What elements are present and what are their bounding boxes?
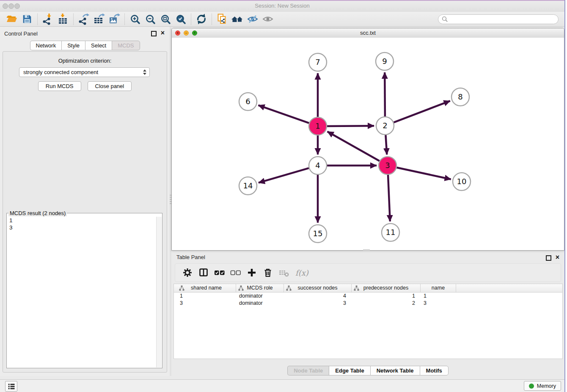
criterion-dropdown-value: strongly connected component bbox=[23, 69, 98, 75]
tab-node-table[interactable]: Node Table bbox=[287, 366, 329, 375]
float-panel-icon[interactable] bbox=[151, 31, 157, 36]
toolbar-separator bbox=[212, 14, 212, 25]
column-header-name[interactable]: name bbox=[421, 284, 456, 292]
mcds-panel: Optimization criterion: strongly connect… bbox=[3, 51, 167, 373]
graph-edge[interactable] bbox=[394, 101, 450, 122]
network-minimize-button[interactable]: − bbox=[184, 30, 189, 36]
network-canvas[interactable]: 7968124314101511 bbox=[172, 38, 564, 250]
search-input[interactable] bbox=[448, 16, 558, 23]
run-mcds-button[interactable]: Run MCDS bbox=[38, 81, 81, 91]
tab-mcds[interactable]: MCDS bbox=[112, 41, 140, 50]
table-cell[interactable]: 1 bbox=[421, 293, 456, 300]
add-column-button[interactable] bbox=[246, 267, 257, 278]
zoom-fit-button[interactable] bbox=[158, 13, 173, 26]
hide-selected-button[interactable] bbox=[245, 13, 260, 26]
close-table-panel-icon[interactable]: × bbox=[556, 254, 559, 260]
graph-edge[interactable] bbox=[328, 132, 380, 161]
deselect-all-columns-button[interactable] bbox=[230, 267, 241, 278]
table-cell[interactable]: 1 bbox=[352, 293, 421, 300]
export-image-icon bbox=[108, 13, 120, 25]
mcds-result-list: 13 bbox=[7, 216, 156, 368]
apply-layout-button[interactable] bbox=[194, 13, 209, 26]
graph-edge[interactable] bbox=[388, 175, 390, 221]
close-panel-icon[interactable]: × bbox=[161, 30, 165, 36]
gear-icon bbox=[182, 267, 193, 278]
tab-network[interactable]: Network bbox=[30, 41, 61, 50]
table-settings-button[interactable] bbox=[182, 267, 193, 278]
tab-network-table[interactable]: Network Table bbox=[370, 366, 420, 375]
graph-edge[interactable] bbox=[397, 168, 451, 179]
table-cell[interactable]: dominator bbox=[236, 293, 284, 300]
control-panel: Control Panel × NetworkStyleSelectMCDS O… bbox=[0, 27, 170, 376]
graph-edge[interactable] bbox=[259, 168, 309, 183]
tab-motifs[interactable]: Motifs bbox=[420, 366, 449, 375]
graph-edge[interactable] bbox=[327, 126, 374, 126]
delete-table-button[interactable] bbox=[278, 267, 289, 278]
window-resize-handle[interactable] bbox=[363, 249, 370, 251]
export-image-button[interactable] bbox=[107, 13, 122, 26]
export-table-button[interactable] bbox=[91, 13, 107, 26]
import-network-icon bbox=[42, 13, 54, 25]
unchecked-boxes-icon bbox=[230, 269, 241, 276]
column-header-label: shared name bbox=[191, 285, 222, 291]
import-table-icon bbox=[57, 13, 69, 25]
column-header-mcds-role[interactable]: MCDS role bbox=[236, 284, 284, 292]
graph-edge[interactable] bbox=[259, 105, 309, 123]
zoom-out-button[interactable] bbox=[143, 13, 158, 26]
import-network-button[interactable] bbox=[40, 13, 55, 26]
select-all-columns-button[interactable] bbox=[214, 267, 225, 278]
column-header-successor-nodes[interactable]: successor nodes bbox=[284, 284, 352, 292]
network-close-button[interactable]: × bbox=[175, 30, 180, 36]
table-cell[interactable]: 3 bbox=[284, 300, 352, 307]
home-view-button[interactable] bbox=[230, 13, 245, 26]
column-type-icon bbox=[286, 285, 292, 291]
toolbar-separator bbox=[37, 14, 38, 25]
minimize-window-button[interactable] bbox=[8, 3, 14, 9]
table-cell[interactable]: 2 bbox=[352, 300, 421, 307]
export-network-button[interactable] bbox=[76, 13, 91, 26]
float-table-panel-icon[interactable] bbox=[546, 255, 551, 261]
graph-edge[interactable] bbox=[385, 135, 387, 155]
task-history-button[interactable] bbox=[5, 381, 17, 392]
table-panel-title: Table Panel bbox=[176, 254, 205, 260]
table-cell[interactable]: dominator bbox=[236, 300, 284, 307]
column-header-shared-name[interactable]: shared name bbox=[177, 284, 236, 292]
column-header-predecessor-nodes[interactable]: predecessor nodes bbox=[352, 284, 421, 292]
save-session-button[interactable] bbox=[19, 13, 35, 26]
show-all-button[interactable] bbox=[260, 13, 275, 26]
graph-node-label: 1 bbox=[315, 121, 320, 130]
criterion-dropdown[interactable]: strongly connected component bbox=[19, 67, 150, 77]
mcds-result-line: 1 bbox=[9, 217, 156, 224]
zoom-window-button[interactable] bbox=[14, 3, 20, 9]
tab-select[interactable]: Select bbox=[85, 41, 112, 50]
tab-style[interactable]: Style bbox=[61, 41, 85, 50]
table-cell[interactable]: 3 bbox=[421, 300, 456, 307]
function-builder-button[interactable]: f(x) bbox=[295, 267, 308, 278]
delete-column-button[interactable] bbox=[262, 267, 273, 278]
table-toolbar: f(x) bbox=[175, 263, 561, 282]
close-panel-button[interactable]: Close panel bbox=[88, 81, 132, 91]
graph-edge[interactable] bbox=[385, 72, 385, 116]
result-scrollbar[interactable] bbox=[156, 217, 162, 367]
open-session-button[interactable] bbox=[4, 13, 19, 26]
clone-network-button[interactable] bbox=[215, 13, 230, 26]
zoom-selected-button[interactable] bbox=[173, 13, 188, 26]
toolbar-separator bbox=[73, 14, 74, 25]
network-zoom-button[interactable]: + bbox=[192, 30, 197, 36]
titlebar: Session: New Session bbox=[0, 0, 564, 12]
table-cell[interactable]: 1 bbox=[177, 293, 236, 300]
column-type-icon bbox=[354, 285, 359, 291]
split-view-button[interactable] bbox=[198, 267, 209, 278]
close-window-button[interactable] bbox=[3, 3, 8, 9]
graph-node-label: 4 bbox=[315, 161, 320, 170]
zoom-out-icon bbox=[145, 14, 156, 25]
import-table-button[interactable] bbox=[55, 13, 71, 26]
zoom-in-button[interactable] bbox=[127, 13, 143, 26]
memory-button[interactable]: Memory bbox=[524, 381, 561, 391]
table-cell[interactable]: 3 bbox=[177, 300, 236, 307]
tab-edge-table[interactable]: Edge Table bbox=[329, 366, 370, 375]
list-icon bbox=[7, 382, 16, 391]
application-window: Session: New Session Control Panel × bbox=[0, 0, 564, 392]
table-cell[interactable]: 4 bbox=[284, 293, 352, 300]
mcds-result-box[interactable]: MCDS result (2 nodes) 13 bbox=[6, 210, 162, 368]
